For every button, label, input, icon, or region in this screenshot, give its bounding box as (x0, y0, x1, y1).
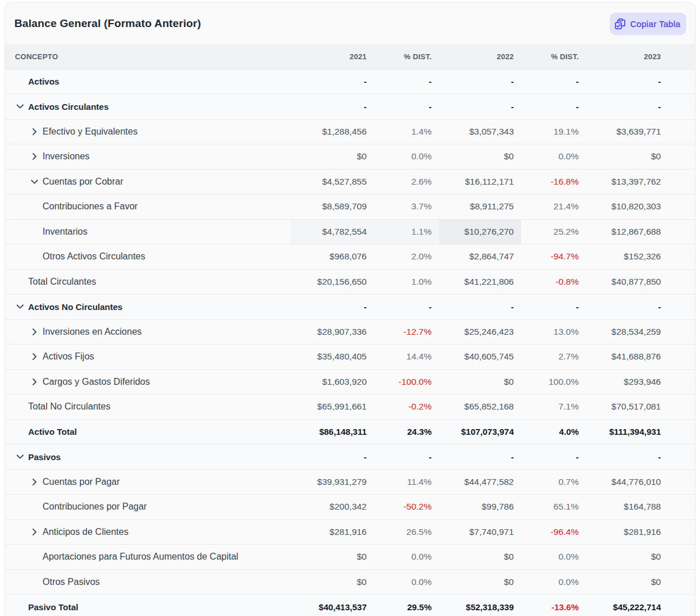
chevron-right-icon[interactable] (30, 152, 39, 161)
value-cell[interactable]: $10,820,303 (586, 194, 695, 220)
value-cell[interactable]: $0 (586, 144, 695, 170)
value-cell[interactable]: $0 (290, 144, 374, 170)
value-cell[interactable]: $40,605,745 (439, 345, 521, 370)
chevron-right-icon[interactable] (30, 352, 39, 361)
value-cell[interactable]: -0.2% (374, 395, 439, 420)
value-cell[interactable]: -50.2% (374, 495, 439, 520)
value-cell[interactable]: - (521, 94, 586, 120)
value-cell[interactable]: 3.7% (374, 194, 439, 220)
value-cell[interactable]: $8,589,709 (290, 194, 374, 220)
value-cell[interactable]: $200,342 (290, 495, 374, 520)
value-cell[interactable]: $968,076 (290, 244, 374, 270)
chevron-right-icon[interactable] (30, 477, 39, 487)
value-cell[interactable]: 65.1% (521, 495, 586, 520)
value-cell[interactable]: $1,288,456 (290, 119, 374, 144)
value-cell[interactable]: $86,148,311 (290, 419, 374, 445)
value-cell[interactable]: $8,911,275 (439, 194, 521, 220)
value-cell[interactable]: $16,112,171 (439, 169, 521, 194)
value-cell[interactable]: $1,603,920 (290, 369, 374, 395)
value-cell[interactable]: 0.0% (374, 569, 439, 595)
value-cell[interactable]: $0 (439, 369, 521, 395)
value-cell[interactable]: 1.0% (374, 269, 439, 294)
value-cell[interactable]: - (290, 445, 374, 470)
value-cell[interactable]: $99,786 (439, 495, 521, 520)
value-cell[interactable]: - (374, 94, 439, 120)
value-cell[interactable]: 0.0% (374, 545, 439, 570)
value-cell[interactable]: - (521, 294, 586, 320)
value-cell[interactable]: 19.1% (521, 119, 586, 144)
value-cell[interactable]: $20,156,650 (290, 269, 374, 294)
chevron-right-icon[interactable] (30, 127, 39, 136)
value-cell[interactable]: -96.4% (521, 519, 586, 545)
value-cell[interactable]: - (439, 69, 521, 94)
value-cell[interactable]: $3,057,343 (439, 119, 521, 144)
chevron-down-icon[interactable] (16, 452, 25, 461)
value-cell[interactable]: $12,867,688 (586, 219, 695, 244)
value-cell[interactable]: $65,991,661 (290, 395, 374, 420)
value-cell[interactable]: 14.4% (374, 345, 439, 370)
value-cell[interactable]: 0.0% (521, 569, 586, 595)
value-cell[interactable]: $0 (586, 545, 695, 570)
value-cell[interactable]: 7.1% (521, 395, 586, 420)
chevron-down-icon[interactable] (16, 102, 25, 111)
value-cell[interactable]: - (586, 69, 695, 94)
value-cell[interactable]: -12.7% (374, 319, 439, 345)
value-cell[interactable]: $39,931,279 (290, 469, 374, 495)
value-cell[interactable]: $107,073,974 (439, 419, 521, 445)
value-cell[interactable]: $41,221,806 (439, 269, 521, 294)
value-cell[interactable]: 26.5% (374, 519, 439, 545)
value-cell[interactable]: $28,534,259 (586, 319, 695, 345)
value-cell[interactable]: $0 (439, 569, 521, 595)
value-cell[interactable]: 13.0% (521, 319, 586, 345)
value-cell[interactable]: $44,477,582 (439, 469, 521, 495)
value-cell[interactable]: 24.3% (374, 419, 439, 445)
chevron-down-icon[interactable] (16, 302, 25, 311)
value-cell[interactable]: -0.8% (521, 269, 586, 294)
value-cell[interactable]: - (439, 94, 521, 120)
value-cell[interactable]: $0 (439, 144, 521, 170)
value-cell[interactable]: - (439, 294, 521, 320)
value-cell[interactable]: $35,480,405 (290, 345, 374, 370)
value-cell[interactable]: - (374, 294, 439, 320)
value-cell[interactable]: $111,394,931 (586, 419, 695, 445)
value-cell[interactable]: $3,639,771 (586, 119, 695, 144)
value-cell[interactable]: -13.6% (521, 595, 586, 616)
value-cell[interactable]: $70,517,081 (586, 395, 695, 420)
value-cell[interactable]: $2,864,747 (439, 244, 521, 270)
value-cell[interactable]: - (290, 294, 374, 320)
value-cell[interactable]: 100.0% (521, 369, 586, 395)
value-cell[interactable]: - (521, 69, 586, 94)
value-cell[interactable]: $0 (586, 569, 695, 595)
chevron-right-icon[interactable] (30, 527, 39, 537)
value-cell[interactable]: - (586, 445, 695, 470)
value-cell[interactable]: $0 (290, 569, 374, 595)
value-cell[interactable]: 4.0% (521, 419, 586, 445)
value-cell[interactable]: $65,852,168 (439, 395, 521, 420)
value-cell[interactable]: $4,527,855 (290, 169, 374, 194)
value-cell[interactable]: $164,788 (586, 495, 695, 520)
value-cell[interactable]: $0 (439, 545, 521, 570)
value-cell[interactable]: - (521, 445, 586, 470)
value-cell[interactable]: $52,318,339 (439, 595, 521, 616)
value-cell[interactable]: 0.7% (521, 469, 586, 495)
value-cell[interactable]: 0.0% (521, 144, 586, 170)
value-cell[interactable]: $28,907,336 (290, 319, 374, 345)
chevron-down-icon[interactable] (30, 177, 39, 186)
value-cell[interactable]: $152,326 (586, 244, 695, 270)
value-cell[interactable]: - (586, 294, 695, 320)
value-cell[interactable]: -100.0% (374, 369, 439, 395)
value-cell[interactable]: $25,246,423 (439, 319, 521, 345)
value-cell[interactable]: $0 (290, 545, 374, 570)
value-cell[interactable]: - (586, 94, 695, 120)
value-cell[interactable]: $4,782,554 (290, 219, 374, 244)
copy-table-button[interactable]: Copiar Tabla (610, 13, 686, 35)
value-cell[interactable]: 2.6% (374, 169, 439, 194)
value-cell[interactable]: $281,916 (586, 519, 695, 545)
value-cell[interactable]: 1.4% (374, 119, 439, 144)
value-cell[interactable]: 0.0% (374, 144, 439, 170)
value-cell[interactable]: 2.0% (374, 244, 439, 270)
value-cell[interactable]: 1.1% (374, 219, 439, 244)
value-cell[interactable]: $41,688,876 (586, 345, 695, 370)
value-cell[interactable]: -94.7% (521, 244, 586, 270)
value-cell[interactable]: $10,276,270 (439, 219, 521, 244)
